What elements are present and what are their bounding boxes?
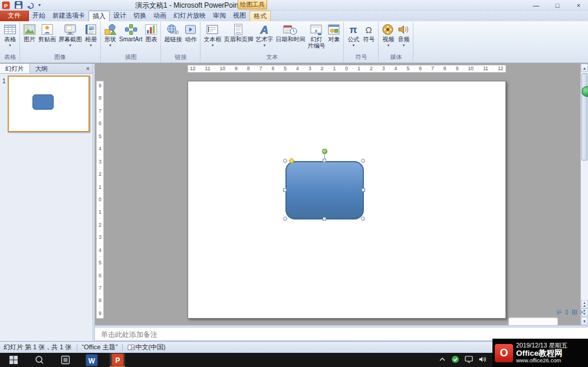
ruler-tick: · xyxy=(99,128,101,133)
ruler-number: 2 xyxy=(321,66,324,71)
button-slidenumber[interactable]: #幻灯 片编号 xyxy=(306,22,326,49)
button-screenshot[interactable]: 屏幕截图▾ xyxy=(57,22,83,48)
powerpoint-icon: P xyxy=(111,353,124,366)
resize-handle-top-left[interactable] xyxy=(283,159,287,163)
button-audio[interactable]: 音频▾ xyxy=(396,22,411,48)
ruler-tick: · xyxy=(99,166,101,171)
tab-view[interactable]: 视图 xyxy=(229,11,249,21)
resize-handle-left[interactable] xyxy=(283,188,287,192)
button-chart[interactable]: 图表 xyxy=(143,22,159,42)
button-equation[interactable]: π公式▾ xyxy=(346,22,361,48)
search-icon xyxy=(35,355,44,365)
button-hyperlink[interactable]: 超链接 xyxy=(163,22,183,42)
panel-splitter[interactable] xyxy=(93,64,95,341)
tab-animations[interactable]: 动画 xyxy=(150,11,170,21)
minimize-button[interactable]: — xyxy=(530,1,542,10)
save-button[interactable] xyxy=(14,1,23,9)
button-headerfooter[interactable]: 页眉和页脚 xyxy=(222,22,254,42)
tab-insert[interactable]: 插入 xyxy=(88,11,110,21)
tray-display-icon[interactable] xyxy=(465,356,473,365)
ruler-number: 12 xyxy=(498,66,503,71)
button-object[interactable]: 对象 xyxy=(326,22,341,42)
button-table[interactable]: 表格▾ xyxy=(2,22,18,48)
resize-handle-bottom[interactable] xyxy=(323,217,326,221)
mini-icon-close[interactable] xyxy=(579,309,585,315)
ruler-number: 7 xyxy=(259,66,262,71)
tab-format[interactable]: 格式 xyxy=(249,11,271,21)
tab-slides-thumbnails[interactable]: 幻灯片 xyxy=(0,64,30,73)
button-symbol[interactable]: Ω符号 xyxy=(361,22,376,42)
ruler-number: 4 xyxy=(98,146,101,152)
taskbar-start-button[interactable] xyxy=(6,353,21,367)
status-language[interactable]: 中文(中国) xyxy=(135,343,165,352)
button-smartart[interactable]: SmartArt xyxy=(118,22,143,42)
dropdown-caret-icon: ▾ xyxy=(212,43,214,48)
editing-canvas[interactable]: 12·11·10·9·8·7·6·5·4·3·2·1·0·1·2·3·4·5·6… xyxy=(95,64,588,325)
slide-thumbnail[interactable] xyxy=(8,76,90,132)
resize-handle-top[interactable] xyxy=(323,159,326,162)
button-label: 音频 xyxy=(398,36,409,42)
taskbar-word-button[interactable]: W xyxy=(84,353,99,367)
resize-handle-bottom-right[interactable] xyxy=(361,217,365,221)
tab-transitions[interactable]: 切换 xyxy=(130,11,150,21)
ruler-tick: · xyxy=(266,67,268,71)
mini-icon-lines[interactable] xyxy=(556,309,562,315)
close-button[interactable]: × xyxy=(573,1,584,10)
svg-text:P: P xyxy=(115,356,120,364)
window-title: 演示文稿1 - Microsoft PowerPoint xyxy=(135,0,241,11)
tab-outline[interactable]: 大纲 xyxy=(30,64,53,73)
tray-chevron-up-icon[interactable] xyxy=(439,356,446,364)
button-wordart[interactable]: A艺术字▾ xyxy=(254,22,274,48)
tab-home[interactable]: 开始 xyxy=(29,11,49,21)
ribbon-group-图像: 图片剪贴画屏幕截图▾相册▾图像 xyxy=(20,22,101,63)
maximize-button[interactable]: □ xyxy=(551,1,563,10)
resize-handle-bottom-left[interactable] xyxy=(283,217,287,221)
svg-text:π: π xyxy=(350,24,357,35)
powerpoint-app-icon[interactable]: P xyxy=(2,1,10,9)
resize-handle-top-right[interactable] xyxy=(361,159,365,163)
slide-canvas[interactable] xyxy=(188,81,506,319)
button-shapes[interactable]: 形状▾ xyxy=(103,22,118,48)
taskbar-search-button[interactable] xyxy=(32,353,47,367)
previous-slide-button[interactable]: ▲▲ xyxy=(581,300,588,309)
button-textbox[interactable]: 文本框▾ xyxy=(202,22,222,48)
qat-dropdown-caret-icon[interactable]: ▾ xyxy=(38,2,41,8)
scroll-down-icon[interactable]: ▼ xyxy=(581,317,588,325)
rotate-handle[interactable] xyxy=(322,149,327,154)
horizontal-ruler[interactable]: 12·11·10·9·8·7·6·5·4·3·2·1·0·1·2·3·4·5·6… xyxy=(188,65,506,73)
mini-icon-arrows[interactable] xyxy=(564,309,570,315)
button-action[interactable]: 动作 xyxy=(183,22,198,42)
taskbar-powerpoint-button[interactable]: P xyxy=(110,353,125,367)
button-datetime[interactable]: 日期和时间 xyxy=(274,22,306,42)
taskbar-taskview-button[interactable] xyxy=(58,353,73,367)
tab-file[interactable]: 文件 xyxy=(0,11,29,21)
button-picture[interactable]: 图片 xyxy=(22,22,37,42)
taskview-icon xyxy=(61,355,70,365)
tray-security-icon[interactable] xyxy=(451,355,459,365)
ruler-tick: · xyxy=(327,67,329,71)
vertical-scrollbar[interactable]: ▲ ▲▲ ▼▼ ▼ xyxy=(580,64,588,325)
undo-button[interactable] xyxy=(26,1,35,9)
tab-design[interactable]: 设计 xyxy=(110,11,130,21)
status-theme[interactable]: “Office 主题” xyxy=(82,343,118,352)
tab-review[interactable]: 审阅 xyxy=(209,11,229,21)
rounded-rectangle-shape[interactable] xyxy=(285,161,364,219)
svg-text:A: A xyxy=(260,24,269,35)
scroll-up-icon[interactable]: ▲ xyxy=(581,64,588,72)
tab-slideshow[interactable]: 幻灯片放映 xyxy=(170,11,209,21)
button-album[interactable]: 相册▾ xyxy=(83,22,98,48)
spellcheck-icon[interactable] xyxy=(127,344,135,351)
button-clipart[interactable]: 剪贴画 xyxy=(37,22,57,42)
ruler-number: 1 xyxy=(357,66,360,71)
ribbon-groups: 表格▾表格图片剪贴画屏幕截图▾相册▾图像形状▾SmartArt图表插图超链接动作… xyxy=(0,21,588,63)
button-video[interactable]: 视频▾ xyxy=(380,22,396,48)
resize-handle-right[interactable] xyxy=(362,188,365,192)
ruler-number: 7 xyxy=(98,109,101,114)
headerfooter-icon xyxy=(232,24,245,35)
mini-icon-grid[interactable] xyxy=(571,309,577,315)
floating-assistant-ball-icon[interactable] xyxy=(582,86,588,97)
vertical-ruler[interactable]: 9·8·7·6·5·4·3·2·1·0·1·2·3·4·5·6·7·8·9 xyxy=(96,81,104,319)
tab-new-tab[interactable]: 新建选项卡 xyxy=(49,11,88,21)
panel-close-icon[interactable]: × xyxy=(83,64,93,73)
tray-volume-icon[interactable] xyxy=(478,356,487,365)
